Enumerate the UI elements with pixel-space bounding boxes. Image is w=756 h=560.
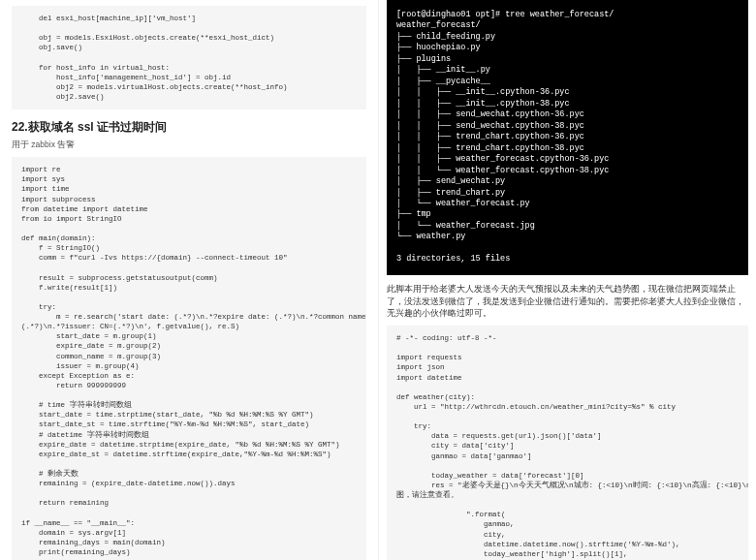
code-block-esxi: del esxi_host[machine_ip]['vm_host'] obj… [12, 6, 366, 109]
note-22: 用于 zabbix 告警 [12, 140, 366, 151]
code-block-ssl: import re import sys import time import … [12, 157, 366, 560]
description-text: 此脚本用于给老婆大人发送今天的天气预报以及未来的天气趋势图，现在微信把网页端禁止… [387, 283, 748, 320]
code-block-weather: # -*- coding: utf-8 -*- import requests … [387, 326, 748, 560]
terminal-tree: [root@dinghao01 opt]# tree weather_forec… [387, 0, 748, 275]
heading-22: 22.获取域名 ssl 证书过期时间 [12, 119, 366, 136]
